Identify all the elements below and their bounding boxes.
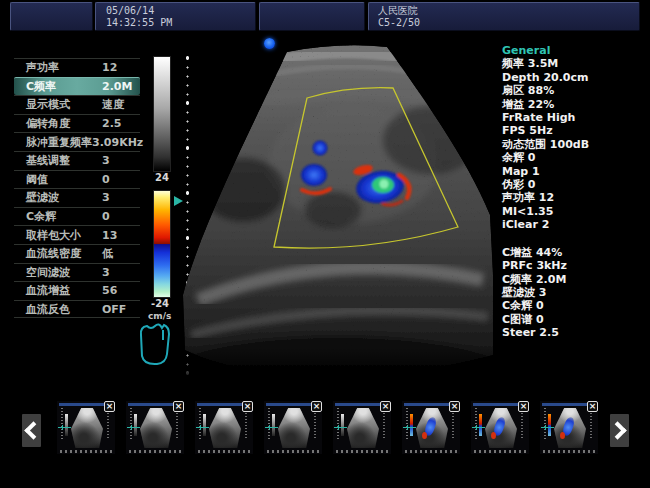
thumb-close-button[interactable]: × [380, 401, 391, 412]
parameter-value: 3 [102, 154, 110, 167]
parameter-label: 显示模式 [26, 97, 102, 112]
thumb-caliper [265, 427, 278, 428]
parameter-row[interactable]: 壁滤波 3 [14, 188, 140, 207]
thumb-bottom-text [129, 450, 181, 453]
parameter-value: 3 [102, 191, 110, 204]
thumb-left-text [199, 408, 201, 440]
info-line: General [502, 44, 648, 57]
thumb-doppler-red [491, 432, 496, 439]
thumb-right-text [245, 410, 247, 440]
parameter-row[interactable]: C频率 2.0M [14, 77, 140, 96]
parameter-row[interactable]: 声功率 12 [14, 58, 140, 77]
thumb-close-button[interactable]: × [173, 401, 184, 412]
info-line: Map 1 [502, 165, 648, 178]
thumb-caliper [127, 427, 140, 428]
thumb-left-text [61, 408, 63, 440]
thumb-colorbar [65, 414, 68, 436]
thumb-left-text [268, 408, 270, 440]
time-text: 14:32:55 PM [106, 17, 255, 29]
thumb-right-text [314, 410, 316, 440]
thumb-caliper [58, 427, 71, 428]
thumb-colorbar [410, 414, 413, 436]
thumb-colorbar [203, 414, 206, 436]
parameter-row[interactable]: 血流反色 OFF [14, 300, 140, 319]
parameter-label: 基线调整 [26, 153, 102, 168]
parameter-label: C频率 [26, 79, 102, 94]
body-mark-icon[interactable] [136, 320, 174, 368]
thumb-image [71, 408, 103, 448]
thumbnail[interactable]: × [540, 401, 598, 454]
thumb-close-button[interactable]: × [311, 401, 322, 412]
parameter-label: 血流增益 [26, 283, 102, 298]
focus-marker-icon[interactable] [174, 196, 183, 206]
info-line: Depth 20.0cm [502, 71, 648, 84]
thumbnail[interactable]: × [195, 401, 253, 454]
thumbnail[interactable]: × [402, 401, 460, 454]
thumb-close-button[interactable]: × [104, 401, 115, 412]
parameter-label: 阈值 [26, 172, 102, 187]
parameter-row[interactable]: 血流线密度 低 [14, 244, 140, 263]
parameter-label: 声功率 [26, 60, 102, 75]
thumbnails-prev-button[interactable] [22, 414, 41, 447]
parameter-label: 脉冲重复频率 [26, 135, 92, 150]
parameter-value: 2.5 [102, 117, 122, 130]
thumbnails-next-button[interactable] [610, 414, 629, 447]
velocity-min-label: -24 [151, 298, 169, 309]
doppler-colorbar [153, 190, 171, 298]
thumb-right-text [107, 410, 109, 440]
ultrasound-image[interactable] [183, 45, 493, 380]
imaging-info-panel: General 频率 3.5M Depth 20.0cm 扇区 88% 增益 2… [502, 44, 648, 340]
thumb-close-button[interactable]: × [587, 401, 598, 412]
thumb-doppler-red [422, 432, 427, 439]
thumb-close-button[interactable]: × [242, 401, 253, 412]
thumb-colorbar [479, 414, 482, 436]
parameter-value: 低 [102, 246, 113, 261]
thumbnail[interactable]: × [471, 401, 529, 454]
parameter-row[interactable]: 基线调整 3 [14, 151, 140, 170]
thumb-colorbar [272, 414, 275, 436]
thumb-left-text [544, 408, 546, 440]
parameter-value: 2.0M [102, 80, 132, 93]
thumb-image [554, 408, 586, 448]
parameter-value: 3.09KHz [92, 136, 143, 149]
parameter-row[interactable]: 空间滤波 3 [14, 263, 140, 282]
thumb-right-text [590, 410, 592, 440]
thumbnail[interactable]: × [264, 401, 322, 454]
info-line: 声功率 12 [502, 191, 648, 204]
velocity-max-label: 24 [155, 172, 169, 183]
parameter-label: 壁滤波 [26, 190, 102, 205]
thumb-right-text [452, 410, 454, 440]
parameter-label: 偏转角度 [26, 116, 102, 131]
parameter-row[interactable]: 偏转角度 2.5 [14, 114, 140, 133]
fan-tissue [183, 45, 493, 380]
parameter-value: 速度 [102, 97, 124, 112]
thumbnail[interactable]: × [333, 401, 391, 454]
info-line: 频率 3.5M [502, 57, 648, 70]
thumbnail[interactable]: × [57, 401, 115, 454]
info-line: 伪彩 0 [502, 178, 648, 191]
parameter-value: 12 [102, 61, 117, 74]
info-line: 余辉 0 [502, 151, 648, 164]
thumb-close-button[interactable]: × [518, 401, 529, 412]
thumbnail[interactable]: × [126, 401, 184, 454]
thumb-close-button[interactable]: × [449, 401, 460, 412]
parameter-row[interactable]: 阈值 0 [14, 170, 140, 189]
info-line: C增益 44% [502, 246, 648, 259]
parameter-row[interactable]: 血流增益 56 [14, 281, 140, 300]
info-line: MI<1.35 [502, 205, 648, 218]
parameter-row[interactable]: 脉冲重复频率 3.09KHz [14, 132, 140, 151]
thumb-image [347, 408, 379, 448]
thumb-left-text [406, 408, 408, 440]
parameter-label: C余辉 [26, 209, 102, 224]
parameter-label: 取样包大小 [26, 228, 102, 243]
parameter-row[interactable]: C余辉 0 [14, 207, 140, 226]
thumb-caliper [472, 427, 485, 428]
parameter-value: 13 [102, 229, 117, 242]
parameter-row[interactable]: 显示模式 速度 [14, 95, 140, 114]
thumb-right-text [521, 410, 523, 440]
parameter-row[interactable]: 取样包大小 13 [14, 225, 140, 244]
parameter-label: 血流反色 [26, 302, 102, 317]
thumb-caliper [334, 427, 347, 428]
ultrasound-screen: 05/06/14 14:32:55 PM 人民医院 C5-2/50 声功率 12… [0, 0, 650, 488]
image-bottom-fade [183, 348, 493, 382]
